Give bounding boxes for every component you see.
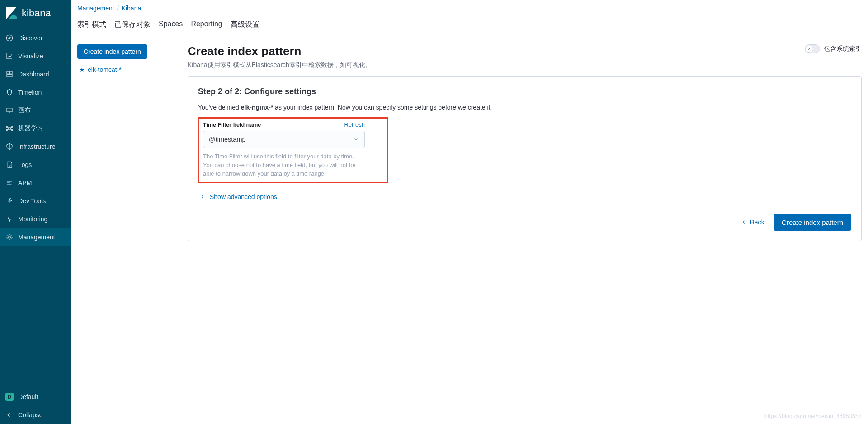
page-description: Kibana使用索引模式从Elasticsearch索引中检索数据，如可视化。	[188, 61, 372, 69]
ml-icon	[5, 124, 18, 133]
sidebar-item-label: APM	[18, 179, 32, 186]
brand-text: kibana	[22, 7, 51, 19]
chart-icon	[5, 52, 18, 60]
dashboard-icon	[5, 70, 18, 78]
chevron-down-icon	[354, 137, 359, 142]
breadcrumb: Management / Kibana	[71, 0, 868, 14]
sidebar-item-timelion[interactable]: Timelion	[0, 83, 71, 101]
collapse-icon	[5, 411, 18, 419]
time-filter-field-label: Time Filter field name	[203, 122, 261, 128]
space-name: Default	[18, 393, 38, 400]
space-badge: D	[5, 393, 18, 401]
create-index-pattern-list-button[interactable]: Create index pattern	[77, 44, 147, 59]
sidebar-space-selector[interactable]: D Default	[0, 388, 71, 406]
content: Create index pattern Kibana使用索引模式从Elasti…	[188, 44, 862, 241]
sidebar-item-discover[interactable]: Discover	[0, 29, 71, 47]
sidebar-item-label: Management	[18, 233, 55, 241]
index-pattern-item[interactable]: ★ elk-tomcat-*	[79, 66, 181, 73]
advanced-label: Show advanced options	[210, 193, 277, 200]
system-indices-label: 包含系统索引	[824, 45, 862, 53]
sidebar-item-logs[interactable]: Logs	[0, 156, 71, 174]
sidebar-item-dashboard[interactable]: Dashboard	[0, 65, 71, 83]
tab-spaces[interactable]: Spaces	[159, 20, 183, 31]
switch-knob	[805, 45, 813, 53]
breadcrumb-item-kibana[interactable]: Kibana	[122, 5, 142, 12]
chevron-left-icon	[741, 219, 746, 225]
lead-text: You've defined elk-nginx-* as your index…	[198, 104, 851, 111]
sidebar-item-label: Dashboard	[18, 71, 49, 78]
sidebar-logo[interactable]: kibana	[0, 0, 71, 29]
wrench-icon	[5, 197, 18, 205]
breadcrumb-separator: /	[117, 5, 119, 12]
time-filter-field-select[interactable]: @timestamp	[203, 131, 365, 148]
system-indices-toggle-area: 包含系统索引	[805, 44, 862, 53]
back-label: Back	[750, 219, 764, 226]
svg-point-9	[11, 129, 13, 131]
svg-rect-1	[7, 71, 9, 74]
star-icon: ★	[79, 66, 85, 73]
apm-icon	[5, 179, 18, 187]
sidebar-collapse[interactable]: Collapse	[0, 406, 71, 424]
svg-rect-4	[7, 108, 12, 112]
sidebar-item-label: Monitoring	[18, 215, 47, 223]
system-indices-switch[interactable]	[805, 44, 820, 53]
watermark: https://blog.csdn.net/weixin_44953658	[764, 413, 862, 419]
sidebar-item-devtools[interactable]: Dev Tools	[0, 192, 71, 210]
sidebar-item-apm[interactable]: APM	[0, 174, 71, 192]
sidebar: kibana Discover Visualize Dashboard Time…	[0, 0, 71, 424]
sidebar-item-ml[interactable]: 机器学习	[0, 119, 71, 138]
logs-icon	[5, 161, 18, 169]
create-index-pattern-panel: Step 2 of 2: Configure settings You've d…	[188, 76, 862, 241]
sidebar-item-infra[interactable]: Infrastructure	[0, 138, 71, 156]
page-title: Create index pattern	[188, 44, 372, 58]
sidebar-item-label: Visualize	[18, 52, 43, 60]
infra-icon	[5, 143, 18, 151]
sidebar-nav: Discover Visualize Dashboard Timelion 画布…	[0, 29, 71, 424]
svg-point-7	[11, 126, 13, 128]
compass-icon	[5, 34, 18, 42]
sidebar-item-label: Infrastructure	[18, 143, 55, 150]
svg-point-0	[6, 35, 13, 41]
svg-point-8	[6, 129, 8, 131]
back-button[interactable]: Back	[741, 219, 764, 226]
svg-rect-2	[10, 71, 12, 74]
index-pattern-name: elk-tomcat-*	[88, 66, 122, 73]
sidebar-item-canvas[interactable]: 画布	[0, 101, 71, 119]
lead-bold: elk-nginx-*	[241, 104, 274, 111]
heartbeat-icon	[5, 215, 18, 223]
lead-pre: You've defined	[198, 104, 241, 111]
sidebar-item-monitoring[interactable]: Monitoring	[0, 210, 71, 228]
tabs: 索引模式 已保存对象 Spaces Reporting 高级设置	[71, 14, 868, 38]
refresh-link[interactable]: Refresh	[344, 121, 365, 128]
breadcrumb-item-management[interactable]: Management	[77, 5, 114, 12]
collapse-label: Collapse	[18, 411, 42, 419]
show-advanced-options[interactable]: Show advanced options	[200, 193, 851, 200]
main: Management / Kibana 索引模式 已保存对象 Spaces Re…	[71, 0, 868, 424]
svg-rect-3	[7, 75, 12, 77]
tab-reporting[interactable]: Reporting	[191, 20, 222, 31]
sidebar-item-label: Logs	[18, 161, 32, 168]
gear-icon	[5, 233, 18, 241]
sidebar-item-visualize[interactable]: Visualize	[0, 47, 71, 65]
index-patterns-list-panel: Create index pattern ★ elk-tomcat-*	[77, 44, 181, 241]
create-index-pattern-button[interactable]: Create index pattern	[774, 214, 851, 231]
step-title: Step 2 of 2: Configure settings	[198, 87, 851, 96]
sidebar-item-label: Timelion	[18, 89, 42, 96]
timelion-icon	[5, 88, 18, 96]
lead-post: as your index pattern. Now you can speci…	[273, 104, 492, 111]
tab-advanced-settings[interactable]: 高级设置	[231, 20, 259, 31]
tab-index-patterns[interactable]: 索引模式	[77, 20, 106, 31]
time-filter-highlight-box: Time Filter field name Refresh @timestam…	[198, 117, 388, 183]
time-filter-hint: The Time Filter will use this field to f…	[203, 152, 366, 178]
sidebar-item-label: 画布	[18, 106, 31, 114]
select-value: @timestamp	[209, 136, 246, 143]
sidebar-item-label: 机器学习	[18, 124, 43, 133]
svg-point-10	[9, 236, 11, 238]
kibana-logo-icon	[5, 6, 17, 20]
sidebar-item-label: Discover	[18, 34, 42, 42]
sidebar-item-label: Dev Tools	[18, 197, 46, 205]
svg-point-6	[6, 126, 8, 128]
sidebar-item-management[interactable]: Management	[0, 228, 71, 246]
close-icon	[807, 47, 811, 51]
tab-saved-objects[interactable]: 已保存对象	[114, 20, 151, 31]
